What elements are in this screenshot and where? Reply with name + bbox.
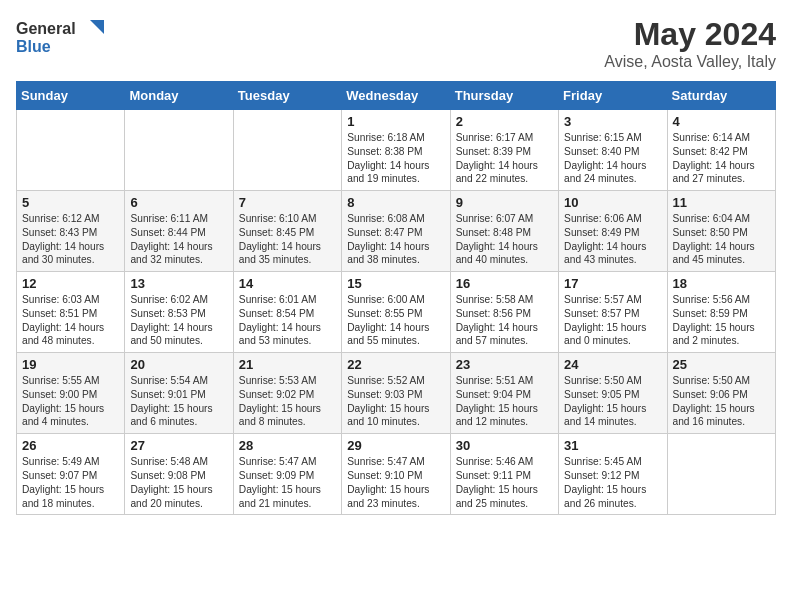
day-number: 18 bbox=[673, 276, 770, 291]
calendar-cell: 12Sunrise: 6:03 AMSunset: 8:51 PMDayligh… bbox=[17, 272, 125, 353]
calendar-cell: 8Sunrise: 6:08 AMSunset: 8:47 PMDaylight… bbox=[342, 191, 450, 272]
calendar-cell bbox=[125, 110, 233, 191]
day-number: 29 bbox=[347, 438, 444, 453]
week-row-2: 5Sunrise: 6:12 AMSunset: 8:43 PMDaylight… bbox=[17, 191, 776, 272]
day-number: 4 bbox=[673, 114, 770, 129]
day-info: Sunrise: 6:00 AMSunset: 8:55 PMDaylight:… bbox=[347, 293, 444, 348]
calendar-cell: 21Sunrise: 5:53 AMSunset: 9:02 PMDayligh… bbox=[233, 353, 341, 434]
day-number: 5 bbox=[22, 195, 119, 210]
day-header-friday: Friday bbox=[559, 82, 667, 110]
day-number: 13 bbox=[130, 276, 227, 291]
day-info: Sunrise: 6:08 AMSunset: 8:47 PMDaylight:… bbox=[347, 212, 444, 267]
header: General Blue May 2024 Avise, Aosta Valle… bbox=[16, 16, 776, 71]
main-title: May 2024 bbox=[604, 16, 776, 53]
calendar-table: SundayMondayTuesdayWednesdayThursdayFrid… bbox=[16, 81, 776, 515]
day-number: 7 bbox=[239, 195, 336, 210]
calendar-cell: 4Sunrise: 6:14 AMSunset: 8:42 PMDaylight… bbox=[667, 110, 775, 191]
day-number: 16 bbox=[456, 276, 553, 291]
title-section: May 2024 Avise, Aosta Valley, Italy bbox=[604, 16, 776, 71]
day-number: 12 bbox=[22, 276, 119, 291]
day-info: Sunrise: 5:49 AMSunset: 9:07 PMDaylight:… bbox=[22, 455, 119, 510]
calendar-cell: 10Sunrise: 6:06 AMSunset: 8:49 PMDayligh… bbox=[559, 191, 667, 272]
calendar-cell: 15Sunrise: 6:00 AMSunset: 8:55 PMDayligh… bbox=[342, 272, 450, 353]
calendar-cell: 19Sunrise: 5:55 AMSunset: 9:00 PMDayligh… bbox=[17, 353, 125, 434]
day-info: Sunrise: 5:50 AMSunset: 9:05 PMDaylight:… bbox=[564, 374, 661, 429]
day-info: Sunrise: 6:14 AMSunset: 8:42 PMDaylight:… bbox=[673, 131, 770, 186]
day-info: Sunrise: 5:54 AMSunset: 9:01 PMDaylight:… bbox=[130, 374, 227, 429]
calendar-cell: 30Sunrise: 5:46 AMSunset: 9:11 PMDayligh… bbox=[450, 434, 558, 515]
day-info: Sunrise: 5:46 AMSunset: 9:11 PMDaylight:… bbox=[456, 455, 553, 510]
day-number: 24 bbox=[564, 357, 661, 372]
day-number: 9 bbox=[456, 195, 553, 210]
calendar-cell: 26Sunrise: 5:49 AMSunset: 9:07 PMDayligh… bbox=[17, 434, 125, 515]
day-number: 6 bbox=[130, 195, 227, 210]
day-number: 10 bbox=[564, 195, 661, 210]
day-number: 23 bbox=[456, 357, 553, 372]
day-info: Sunrise: 6:06 AMSunset: 8:49 PMDaylight:… bbox=[564, 212, 661, 267]
day-header-wednesday: Wednesday bbox=[342, 82, 450, 110]
day-number: 1 bbox=[347, 114, 444, 129]
day-info: Sunrise: 5:57 AMSunset: 8:57 PMDaylight:… bbox=[564, 293, 661, 348]
day-number: 30 bbox=[456, 438, 553, 453]
calendar-cell: 31Sunrise: 5:45 AMSunset: 9:12 PMDayligh… bbox=[559, 434, 667, 515]
calendar-cell bbox=[17, 110, 125, 191]
calendar-cell: 28Sunrise: 5:47 AMSunset: 9:09 PMDayligh… bbox=[233, 434, 341, 515]
calendar-cell: 14Sunrise: 6:01 AMSunset: 8:54 PMDayligh… bbox=[233, 272, 341, 353]
logo-icon: General Blue bbox=[16, 16, 106, 60]
day-info: Sunrise: 6:15 AMSunset: 8:40 PMDaylight:… bbox=[564, 131, 661, 186]
day-info: Sunrise: 6:18 AMSunset: 8:38 PMDaylight:… bbox=[347, 131, 444, 186]
day-info: Sunrise: 5:47 AMSunset: 9:10 PMDaylight:… bbox=[347, 455, 444, 510]
day-header-tuesday: Tuesday bbox=[233, 82, 341, 110]
svg-marker-2 bbox=[90, 20, 104, 34]
day-info: Sunrise: 6:11 AMSunset: 8:44 PMDaylight:… bbox=[130, 212, 227, 267]
calendar-header-row: SundayMondayTuesdayWednesdayThursdayFrid… bbox=[17, 82, 776, 110]
svg-text:Blue: Blue bbox=[16, 38, 51, 55]
day-number: 21 bbox=[239, 357, 336, 372]
day-info: Sunrise: 5:58 AMSunset: 8:56 PMDaylight:… bbox=[456, 293, 553, 348]
calendar-cell: 7Sunrise: 6:10 AMSunset: 8:45 PMDaylight… bbox=[233, 191, 341, 272]
day-info: Sunrise: 5:51 AMSunset: 9:04 PMDaylight:… bbox=[456, 374, 553, 429]
calendar-cell bbox=[667, 434, 775, 515]
day-header-thursday: Thursday bbox=[450, 82, 558, 110]
calendar-cell: 16Sunrise: 5:58 AMSunset: 8:56 PMDayligh… bbox=[450, 272, 558, 353]
day-info: Sunrise: 6:17 AMSunset: 8:39 PMDaylight:… bbox=[456, 131, 553, 186]
subtitle: Avise, Aosta Valley, Italy bbox=[604, 53, 776, 71]
day-number: 26 bbox=[22, 438, 119, 453]
day-info: Sunrise: 5:45 AMSunset: 9:12 PMDaylight:… bbox=[564, 455, 661, 510]
day-info: Sunrise: 6:10 AMSunset: 8:45 PMDaylight:… bbox=[239, 212, 336, 267]
day-info: Sunrise: 6:02 AMSunset: 8:53 PMDaylight:… bbox=[130, 293, 227, 348]
calendar-cell: 27Sunrise: 5:48 AMSunset: 9:08 PMDayligh… bbox=[125, 434, 233, 515]
day-info: Sunrise: 5:56 AMSunset: 8:59 PMDaylight:… bbox=[673, 293, 770, 348]
calendar-cell: 1Sunrise: 6:18 AMSunset: 8:38 PMDaylight… bbox=[342, 110, 450, 191]
calendar-cell: 3Sunrise: 6:15 AMSunset: 8:40 PMDaylight… bbox=[559, 110, 667, 191]
calendar-cell bbox=[233, 110, 341, 191]
day-number: 8 bbox=[347, 195, 444, 210]
day-number: 31 bbox=[564, 438, 661, 453]
day-number: 14 bbox=[239, 276, 336, 291]
day-header-sunday: Sunday bbox=[17, 82, 125, 110]
day-info: Sunrise: 6:03 AMSunset: 8:51 PMDaylight:… bbox=[22, 293, 119, 348]
day-number: 27 bbox=[130, 438, 227, 453]
day-info: Sunrise: 5:47 AMSunset: 9:09 PMDaylight:… bbox=[239, 455, 336, 510]
day-info: Sunrise: 6:12 AMSunset: 8:43 PMDaylight:… bbox=[22, 212, 119, 267]
day-number: 11 bbox=[673, 195, 770, 210]
day-number: 28 bbox=[239, 438, 336, 453]
day-number: 20 bbox=[130, 357, 227, 372]
day-info: Sunrise: 5:53 AMSunset: 9:02 PMDaylight:… bbox=[239, 374, 336, 429]
calendar-cell: 29Sunrise: 5:47 AMSunset: 9:10 PMDayligh… bbox=[342, 434, 450, 515]
day-number: 2 bbox=[456, 114, 553, 129]
svg-text:General: General bbox=[16, 20, 76, 37]
page: General Blue May 2024 Avise, Aosta Valle… bbox=[0, 0, 792, 612]
calendar-cell: 9Sunrise: 6:07 AMSunset: 8:48 PMDaylight… bbox=[450, 191, 558, 272]
day-info: Sunrise: 6:07 AMSunset: 8:48 PMDaylight:… bbox=[456, 212, 553, 267]
logo: General Blue bbox=[16, 16, 106, 64]
calendar-cell: 6Sunrise: 6:11 AMSunset: 8:44 PMDaylight… bbox=[125, 191, 233, 272]
day-info: Sunrise: 5:48 AMSunset: 9:08 PMDaylight:… bbox=[130, 455, 227, 510]
day-number: 25 bbox=[673, 357, 770, 372]
calendar-cell: 25Sunrise: 5:50 AMSunset: 9:06 PMDayligh… bbox=[667, 353, 775, 434]
calendar-cell: 22Sunrise: 5:52 AMSunset: 9:03 PMDayligh… bbox=[342, 353, 450, 434]
calendar-cell: 17Sunrise: 5:57 AMSunset: 8:57 PMDayligh… bbox=[559, 272, 667, 353]
day-number: 19 bbox=[22, 357, 119, 372]
day-info: Sunrise: 5:50 AMSunset: 9:06 PMDaylight:… bbox=[673, 374, 770, 429]
day-number: 22 bbox=[347, 357, 444, 372]
